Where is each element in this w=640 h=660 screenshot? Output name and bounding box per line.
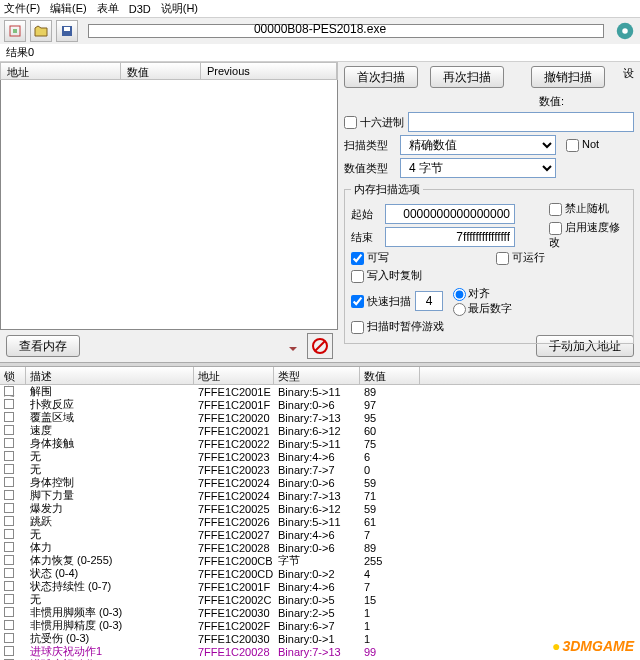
lock-checkbox[interactable] <box>4 490 14 500</box>
cell-value: 59 <box>360 503 420 515</box>
cell-value: 71 <box>360 490 420 502</box>
executable-checkbox[interactable]: 可运行 <box>496 250 545 265</box>
menu-help[interactable]: 说明(H) <box>161 1 198 16</box>
hex-checkbox[interactable]: 十六进制 <box>344 115 404 130</box>
cheat-table-body[interactable]: 解围7FFE1C2001EBinary:5->1189扑救反应7FFE1C200… <box>0 385 640 660</box>
menu-d3d[interactable]: D3D <box>129 3 151 15</box>
stop-input[interactable] <box>385 227 515 247</box>
cell-value: 99 <box>360 646 420 658</box>
clear-button[interactable] <box>307 333 333 359</box>
pause-checkbox[interactable]: 扫描时暂停游戏 <box>351 319 444 334</box>
scan-type-select[interactable]: 精确数值 <box>400 135 556 155</box>
cow-checkbox[interactable]: 写入时复制 <box>351 268 422 283</box>
watermark: 3DMGAME <box>552 638 634 654</box>
view-memory-button[interactable]: 查看内存 <box>6 335 80 357</box>
fast-scan-checkbox[interactable]: 快速扫描 <box>351 294 411 309</box>
lock-checkbox[interactable] <box>4 542 14 552</box>
svg-rect-1 <box>13 29 17 33</box>
lock-checkbox[interactable] <box>4 412 14 422</box>
cell-addr: 7FFE1C2001E <box>194 386 274 398</box>
lock-checkbox[interactable] <box>4 503 14 513</box>
start-input[interactable] <box>385 204 515 224</box>
first-scan-button[interactable]: 首次扫描 <box>344 66 418 88</box>
cell-addr: 7FFE1C20026 <box>194 516 274 528</box>
menu-edit[interactable]: 编辑(E) <box>50 1 87 16</box>
col-type[interactable]: 类型 <box>274 367 360 384</box>
cell-type: Binary:0->6 <box>274 542 360 554</box>
cell-addr: 7FFE1C20021 <box>194 425 274 437</box>
lock-checkbox[interactable] <box>4 581 14 591</box>
lock-checkbox[interactable] <box>4 529 14 539</box>
col-previous[interactable]: Previous <box>201 63 337 79</box>
writable-checkbox[interactable]: 可写 <box>351 250 389 265</box>
cell-addr: 7FFE1C2001F <box>194 399 274 411</box>
cell-type: Binary:5->11 <box>274 516 360 528</box>
next-scan-button[interactable]: 再次扫描 <box>430 66 504 88</box>
lock-checkbox[interactable] <box>4 386 14 396</box>
cell-value: 15 <box>360 594 420 606</box>
undo-scan-button[interactable]: 撤销扫描 <box>531 66 605 88</box>
cell-type: Binary:0->2 <box>274 568 360 580</box>
col-desc[interactable]: 描述 <box>26 367 194 384</box>
lock-checkbox[interactable] <box>4 555 14 565</box>
settings-label[interactable]: 设 <box>623 66 634 88</box>
value-type-select[interactable]: 4 字节 <box>400 158 556 178</box>
process-title: 00000B08-PES2018.exe <box>254 22 386 36</box>
results-header: 地址 数值 Previous <box>0 62 338 80</box>
lock-checkbox[interactable] <box>4 568 14 578</box>
last-digit-radio[interactable]: 最后数字 <box>453 302 512 314</box>
align-radio[interactable]: 对齐 <box>453 287 490 299</box>
lock-checkbox[interactable] <box>4 646 14 656</box>
lock-checkbox[interactable] <box>4 451 14 461</box>
cell-type: Binary:4->6 <box>274 581 360 593</box>
save-button[interactable] <box>56 20 78 42</box>
lock-checkbox[interactable] <box>4 594 14 604</box>
col-val[interactable]: 数值 <box>360 367 420 384</box>
cell-value: 1 <box>360 607 420 619</box>
cell-type: Binary:0->5 <box>274 594 360 606</box>
col-addr[interactable]: 地址 <box>194 367 274 384</box>
col-lock[interactable]: 锁定 <box>0 367 26 384</box>
col-address[interactable]: 地址 <box>1 63 121 79</box>
cell-addr: 7FFE1C20020 <box>194 412 274 424</box>
lock-checkbox[interactable] <box>4 438 14 448</box>
lock-checkbox[interactable] <box>4 607 14 617</box>
cell-addr: 7FFE1C200CB <box>194 555 274 567</box>
value-input[interactable] <box>408 112 634 132</box>
no-random-checkbox[interactable]: 禁止随机 <box>549 202 609 214</box>
not-checkbox[interactable]: Not <box>566 138 599 152</box>
cell-type: Binary:7->7 <box>274 464 360 476</box>
lock-checkbox[interactable] <box>4 399 14 409</box>
settings-icon[interactable] <box>614 20 636 42</box>
add-to-list-icon[interactable] <box>283 337 301 355</box>
speed-mod-checkbox[interactable]: 启用速度修改 <box>549 221 620 248</box>
svg-rect-3 <box>64 27 70 31</box>
cell-addr: 7FFE1C20027 <box>194 529 274 541</box>
lock-checkbox[interactable] <box>4 425 14 435</box>
cell-type: Binary:4->6 <box>274 529 360 541</box>
lock-checkbox[interactable] <box>4 633 14 643</box>
svg-point-5 <box>622 28 628 34</box>
cell-value: 0 <box>360 464 420 476</box>
cell-type: Binary:4->6 <box>274 451 360 463</box>
lock-checkbox[interactable] <box>4 477 14 487</box>
menu-table[interactable]: 表单 <box>97 1 119 16</box>
cell-addr: 7FFE1C20028 <box>194 542 274 554</box>
lock-checkbox[interactable] <box>4 464 14 474</box>
open-process-button[interactable] <box>4 20 26 42</box>
cell-type: Binary:5->11 <box>274 438 360 450</box>
cell-addr: 7FFE1C2002C <box>194 594 274 606</box>
cell-addr: 7FFE1C20030 <box>194 607 274 619</box>
cell-type: Binary:0->6 <box>274 399 360 411</box>
cell-value: 1 <box>360 633 420 645</box>
open-file-button[interactable] <box>30 20 52 42</box>
lock-checkbox[interactable] <box>4 620 14 630</box>
fast-scan-value[interactable] <box>415 291 443 311</box>
results-list[interactable] <box>0 80 338 330</box>
menu-file[interactable]: 文件(F) <box>4 1 40 16</box>
value-label: 数值: <box>539 94 564 109</box>
cell-value: 75 <box>360 438 420 450</box>
col-value[interactable]: 数值 <box>121 63 201 79</box>
lock-checkbox[interactable] <box>4 516 14 526</box>
cell-addr: 7FFE1C20024 <box>194 477 274 489</box>
